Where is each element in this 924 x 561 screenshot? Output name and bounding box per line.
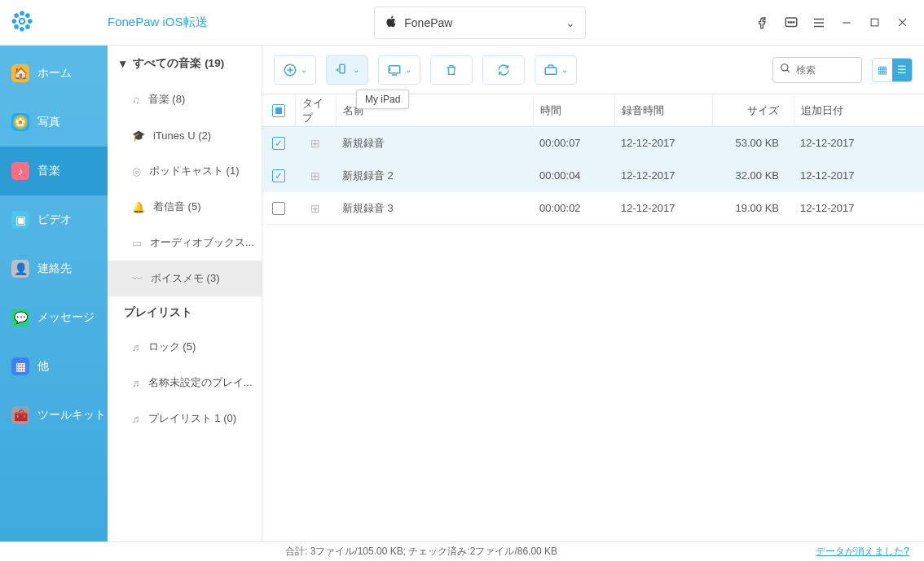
col-added[interactable]: 追加日付 — [794, 94, 924, 126]
row-checkbox[interactable] — [272, 169, 285, 182]
sub-item-playlist-untitled[interactable]: ♬名称未設定のプレイ... — [108, 365, 262, 401]
book-icon: ▭ — [132, 237, 142, 249]
svg-point-1 — [20, 12, 23, 15]
sidebar-item-photos[interactable]: ✿写真 — [0, 98, 108, 147]
table-row[interactable]: ⊞新規録音 300:00:0212-12-201719.00 KB12-12-2… — [262, 192, 924, 225]
chevron-down-icon: ⌄ — [353, 65, 359, 74]
table-row[interactable]: ⊞新規録音 200:00:0412-12-201732.00 KB12-12-2… — [262, 160, 924, 192]
cell-name: 新規録音 2 — [336, 169, 533, 183]
col-name[interactable]: 名前 — [336, 94, 533, 126]
sidebar-item-label: ホーム — [37, 66, 72, 81]
svg-rect-17 — [871, 19, 878, 26]
caret-down-icon: ▼ — [117, 58, 128, 70]
sub-item-itunesu[interactable]: 🎓iTunes U (2) — [108, 117, 262, 153]
refresh-button[interactable] — [482, 55, 525, 85]
apple-icon — [385, 15, 398, 30]
cell-size: 32.00 KB — [712, 169, 794, 182]
messages-icon: 💬 — [11, 309, 29, 327]
select-all-checkbox[interactable] — [272, 104, 285, 117]
chevron-down-icon: ⌄ — [405, 65, 411, 74]
cell-duration: 00:00:04 — [533, 169, 614, 182]
app-logo-icon — [11, 11, 33, 34]
sidebar-item-label: 連絡先 — [37, 261, 72, 276]
menu-icon[interactable] — [808, 12, 829, 33]
playlist-icon: ♬ — [132, 377, 140, 389]
sub-item-playlist-rock[interactable]: ♬ロック (5) — [108, 329, 262, 365]
sidebar-item-videos[interactable]: ▣ビデオ — [0, 195, 108, 244]
svg-point-12 — [793, 21, 794, 23]
svg-point-3 — [13, 20, 15, 22]
sub-item-playlist-1[interactable]: ♬プレイリスト 1 (0) — [108, 401, 262, 436]
row-checkbox[interactable] — [272, 137, 285, 150]
facebook-icon[interactable] — [753, 12, 774, 33]
cell-duration: 00:00:02 — [533, 202, 614, 214]
list-view-button[interactable]: ☰ — [892, 59, 912, 81]
music-icon: ♪ — [11, 162, 29, 180]
apps-icon: ▦ — [11, 357, 29, 375]
sub-item-music[interactable]: ♫音楽 (8) — [108, 81, 262, 117]
table-row[interactable]: ⊞新規録音00:00:0712-12-201753.00 KB12-12-201… — [262, 127, 924, 160]
sidebar-item-other[interactable]: ▦他 — [0, 342, 108, 391]
table-body: ⊞新規録音00:00:0712-12-201753.00 KB12-12-201… — [262, 127, 924, 541]
subpanel-all-music[interactable]: ▼ すべての音楽 (19) — [108, 46, 262, 81]
col-type[interactable]: タイプ — [295, 94, 336, 126]
svg-point-2 — [20, 28, 23, 30]
sidebar-item-label: 写真 — [37, 115, 60, 129]
col-size[interactable]: サイズ — [712, 94, 794, 126]
sidebar-item-home[interactable]: 🏠ホーム — [0, 49, 108, 98]
minimize-button[interactable] — [836, 12, 857, 33]
device-name: FonePaw — [404, 16, 452, 29]
contacts-icon: 👤 — [11, 260, 29, 278]
grid-view-button[interactable]: ▦ — [873, 59, 892, 81]
cell-recorded: 12-12-2017 — [614, 202, 712, 214]
photos-icon: ✿ — [11, 113, 29, 131]
cell-size: 19.00 KB — [712, 202, 794, 214]
sidebar-item-label: ツールキット — [37, 408, 106, 423]
filetype-icon: ⊞ — [310, 137, 320, 150]
svg-point-10 — [788, 21, 790, 23]
sidebar-item-contacts[interactable]: 👤連絡先 — [0, 244, 108, 293]
video-icon: ▣ — [11, 211, 29, 229]
cell-recorded: 12-12-2017 — [614, 137, 712, 149]
col-recorded[interactable]: 録音時間 — [614, 94, 712, 126]
cell-date: 12-12-2017 — [794, 137, 924, 149]
svg-point-8 — [15, 25, 17, 28]
table-header: タイプ 名前 時間 録音時間 サイズ 追加日付 — [262, 94, 924, 127]
svg-rect-24 — [389, 65, 400, 72]
device-dropdown[interactable]: FonePaw ⌄ — [374, 7, 586, 39]
sidebar-item-toolkit[interactable]: 🧰ツールキット — [0, 391, 108, 440]
sidebar: 🏠ホーム ✿写真 ♪音楽 ▣ビデオ 👤連絡先 💬メッセージ ▦他 🧰ツールキット — [0, 46, 108, 541]
sub-item-audiobook[interactable]: ▭オーディオブックス... — [108, 225, 262, 261]
export-device-button[interactable]: ⌄ — [326, 55, 368, 85]
feedback-icon[interactable] — [781, 12, 802, 33]
view-toggle: ▦ ☰ — [872, 58, 913, 82]
sidebar-item-messages[interactable]: 💬メッセージ — [0, 293, 108, 342]
row-checkbox[interactable] — [272, 202, 285, 215]
search-input[interactable] — [796, 64, 845, 76]
svg-point-6 — [26, 25, 29, 28]
sidebar-item-music[interactable]: ♪音楽 — [0, 147, 108, 195]
close-button[interactable] — [891, 12, 913, 33]
maximize-button[interactable] — [864, 12, 885, 33]
sidebar-item-label: ビデオ — [37, 213, 72, 227]
cell-name: 新規録音 — [336, 136, 533, 151]
svg-line-28 — [787, 70, 790, 72]
sub-item-podcast[interactable]: ◎ポッドキャスト (1) — [108, 153, 262, 189]
bell-icon: 🔔 — [132, 201, 145, 213]
add-button[interactable]: ⌄ — [274, 55, 316, 85]
col-duration[interactable]: 時間 — [533, 94, 614, 126]
data-lost-link[interactable]: データが消えました? — [816, 545, 924, 559]
svg-point-27 — [781, 64, 788, 71]
search-box[interactable] — [772, 57, 862, 83]
sub-item-voicememo[interactable]: 〰ボイスメモ (3) — [108, 261, 262, 296]
subpanel-playlists-header: プレイリスト — [108, 296, 262, 329]
toolbox-button[interactable]: ⌄ — [535, 55, 577, 85]
export-pc-button[interactable]: ⌄ — [378, 55, 420, 85]
cell-date: 12-12-2017 — [794, 202, 924, 214]
delete-button[interactable] — [430, 55, 473, 85]
search-icon — [780, 63, 791, 77]
subpanel: ▼ すべての音楽 (19) ♫音楽 (8) 🎓iTunes U (2) ◎ポッド… — [108, 46, 262, 541]
svg-point-5 — [15, 14, 17, 16]
sub-item-ringtone[interactable]: 🔔着信音 (5) — [108, 189, 262, 225]
cell-size: 53.00 KB — [712, 137, 794, 149]
